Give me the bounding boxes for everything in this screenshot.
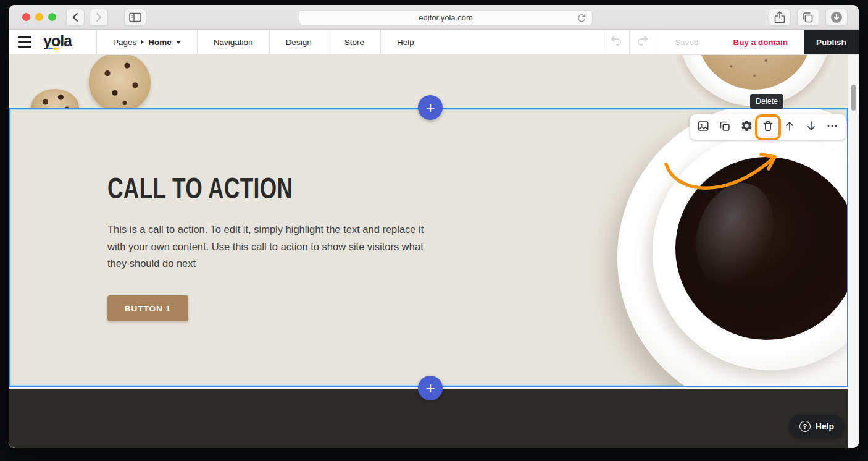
delete-button[interactable] bbox=[758, 117, 778, 137]
editor-toolbar: yola Pages Home Navigation Design Store … bbox=[9, 30, 859, 55]
current-page-label: Home bbox=[148, 38, 172, 47]
section-body-text[interactable]: This is a call to action. To edit it, si… bbox=[107, 221, 428, 273]
pages-menu[interactable]: Pages Home bbox=[96, 30, 197, 54]
navigation-label: Navigation bbox=[214, 38, 253, 47]
menu-item-store[interactable]: Store bbox=[328, 30, 380, 54]
menu-item-design[interactable]: Design bbox=[269, 30, 328, 54]
pages-label: Pages bbox=[113, 38, 136, 47]
undo-icon bbox=[610, 35, 622, 49]
share-icon bbox=[774, 11, 785, 23]
section-widget-toolbar bbox=[690, 114, 846, 140]
ellipsis-icon bbox=[825, 119, 839, 135]
more-options-button[interactable] bbox=[822, 117, 842, 137]
hamburger-icon bbox=[18, 36, 31, 38]
hero-text-block[interactable]: CALL TO ACTION This is a call to action.… bbox=[107, 171, 441, 273]
tabs-overview-button[interactable] bbox=[797, 9, 819, 26]
download-icon bbox=[830, 11, 843, 24]
scrollbar-thumb[interactable] bbox=[851, 85, 856, 111]
question-mark-icon: ? bbox=[799, 421, 811, 432]
selected-section[interactable]: CALL TO ACTION This is a call to action.… bbox=[9, 108, 848, 387]
toolbar-right-group: Saved Buy a domain Publish bbox=[603, 30, 859, 54]
desktop-background: editor.yola.com yola bbox=[0, 0, 868, 461]
help-button-label: Help bbox=[816, 421, 834, 431]
move-section-down-button[interactable] bbox=[801, 117, 821, 137]
design-label: Design bbox=[286, 38, 312, 47]
back-button[interactable] bbox=[66, 9, 85, 26]
sidebar-toggle-button[interactable] bbox=[124, 9, 146, 26]
delete-tooltip: Delete bbox=[750, 94, 783, 109]
browser-chrome: editor.yola.com bbox=[9, 5, 859, 30]
scrollbar-track[interactable] bbox=[848, 55, 859, 448]
cta-button[interactable]: BUTTON 1 bbox=[107, 295, 188, 321]
url-text: editor.yola.com bbox=[419, 13, 472, 22]
chevron-right-icon bbox=[141, 40, 144, 44]
buy-domain-button[interactable]: Buy a domain bbox=[717, 30, 804, 54]
tabs-icon bbox=[802, 12, 814, 23]
help-button[interactable]: ? Help bbox=[789, 415, 845, 438]
publish-label: Publish bbox=[816, 38, 846, 47]
cookie-image bbox=[89, 55, 151, 108]
back-icon bbox=[72, 12, 79, 22]
change-image-button[interactable] bbox=[693, 117, 713, 137]
chrome-right-controls bbox=[769, 9, 848, 26]
undo-button[interactable] bbox=[603, 30, 629, 54]
duplicate-icon bbox=[718, 119, 732, 135]
menu-item-help[interactable]: Help bbox=[380, 30, 430, 54]
chevron-down-icon bbox=[176, 41, 181, 44]
gear-icon bbox=[740, 119, 753, 135]
add-section-button-top[interactable]: + bbox=[418, 95, 443, 120]
zoom-window-button[interactable] bbox=[48, 13, 56, 21]
section-heading[interactable]: CALL TO ACTION bbox=[107, 171, 348, 205]
settings-button[interactable] bbox=[737, 117, 756, 137]
save-status: Saved bbox=[656, 30, 717, 54]
arrow-up-icon bbox=[783, 119, 796, 135]
buy-domain-label: Buy a domain bbox=[733, 38, 788, 47]
main-menu-button[interactable] bbox=[9, 30, 38, 54]
arrow-down-icon bbox=[804, 119, 818, 135]
move-section-up-button[interactable] bbox=[780, 117, 799, 137]
store-label: Store bbox=[344, 38, 364, 47]
trash-icon bbox=[761, 119, 775, 135]
close-window-button[interactable] bbox=[22, 13, 30, 21]
coffee-surface-image bbox=[675, 157, 848, 340]
help-label: Help bbox=[397, 38, 414, 47]
minimize-window-button[interactable] bbox=[35, 13, 43, 21]
forward-icon bbox=[95, 12, 102, 22]
yola-logo[interactable]: yola bbox=[38, 30, 85, 54]
redo-icon bbox=[636, 35, 649, 49]
add-section-button-bottom[interactable]: + bbox=[418, 376, 443, 400]
forward-button[interactable] bbox=[90, 9, 108, 26]
downloads-button[interactable] bbox=[825, 9, 848, 26]
address-bar[interactable]: editor.yola.com bbox=[299, 10, 593, 25]
cookie-image bbox=[31, 89, 79, 108]
browser-window: editor.yola.com yola bbox=[9, 5, 859, 448]
sidebar-icon bbox=[129, 12, 141, 22]
reload-icon[interactable] bbox=[576, 12, 587, 25]
site-canvas: CALL TO ACTION This is a call to action.… bbox=[9, 55, 859, 448]
share-button[interactable] bbox=[769, 9, 791, 26]
menu-item-navigation[interactable]: Navigation bbox=[197, 30, 269, 54]
saved-label: Saved bbox=[675, 38, 698, 47]
duplicate-button[interactable] bbox=[715, 117, 735, 137]
redo-button[interactable] bbox=[629, 30, 656, 54]
window-controls bbox=[22, 13, 56, 21]
image-icon bbox=[696, 119, 710, 135]
publish-button[interactable]: Publish bbox=[804, 30, 859, 54]
logo-swash-yellow bbox=[53, 48, 59, 50]
